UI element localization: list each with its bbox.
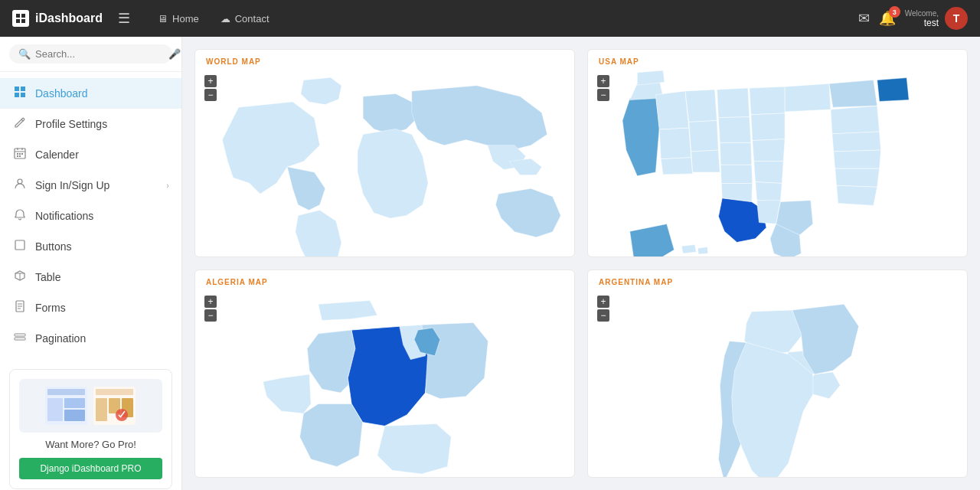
argentina-map-controls: + − xyxy=(597,296,609,322)
world-zoom-in[interactable]: + xyxy=(204,75,217,87)
promo-thumbnail xyxy=(19,379,162,433)
svg-rect-4 xyxy=(15,87,19,91)
world-zoom-out[interactable]: − xyxy=(204,89,217,101)
svg-rect-12 xyxy=(17,153,18,155)
svg-rect-30 xyxy=(64,398,85,408)
mic-icon[interactable]: 🎤 xyxy=(168,48,181,60)
welcome-text: Welcome, xyxy=(905,9,939,18)
sidebar-item-table[interactable]: Table xyxy=(0,262,181,292)
nav-home-label: Home xyxy=(172,13,199,24)
hamburger-icon[interactable]: ☰ xyxy=(118,10,130,27)
mail-icon[interactable]: ✉ xyxy=(858,10,870,27)
sidebar-item-forms[interactable]: Forms xyxy=(0,292,181,323)
nav-home-link[interactable]: 🖥 Home xyxy=(149,8,208,29)
algeria-map-svg xyxy=(195,289,574,478)
usa-zoom-in[interactable]: + xyxy=(597,75,609,87)
sidebar-label-dashboard: Dashboard xyxy=(35,87,88,100)
logo-icon xyxy=(12,10,29,27)
svg-rect-33 xyxy=(96,389,133,395)
pagination-icon xyxy=(12,331,28,346)
search-bar: 🔍 🎤 xyxy=(0,37,181,72)
svg-rect-1 xyxy=(21,14,25,18)
sidebar-item-profile[interactable]: Profile Settings xyxy=(0,109,181,139)
svg-rect-6 xyxy=(15,93,19,97)
sidebar: 🔍 🎤 Dashboard Profile Settings xyxy=(0,37,182,490)
algeria-zoom-out[interactable]: − xyxy=(204,309,217,322)
argentina-zoom-out[interactable]: − xyxy=(597,309,609,322)
sidebar-label-pagination: Pagination xyxy=(35,332,86,345)
sidebar-label-buttons: Buttons xyxy=(35,240,71,253)
sidebar-label-notifications: Notifications xyxy=(35,210,93,222)
svg-rect-34 xyxy=(96,398,107,421)
nav-contact-link[interactable]: ☁ Contact xyxy=(211,8,279,29)
sidebar-label-signin: Sign In/Sign Up xyxy=(35,179,109,191)
usa-map-area: + − xyxy=(588,69,967,257)
sidebar-label-profile: Profile Settings xyxy=(35,118,107,130)
world-map-svg xyxy=(195,69,574,257)
top-navigation: iDashboard ☰ 🖥 Home ☁ Contact ✉ 🔔 3 Welc… xyxy=(0,0,980,37)
world-map-area: + − xyxy=(195,69,574,257)
username: test xyxy=(905,18,939,28)
sidebar-item-calendar[interactable]: Calender xyxy=(0,139,181,170)
promo-button[interactable]: Django iDashboard PRO xyxy=(19,458,162,479)
sidebar-nav: Dashboard Profile Settings Calender Sign… xyxy=(0,72,181,360)
argentina-map-card: ARGENTINA MAP + − xyxy=(587,270,968,478)
svg-rect-28 xyxy=(47,389,85,395)
cloud-icon: ☁ xyxy=(220,13,230,24)
sidebar-label-calendar: Calender xyxy=(35,149,79,161)
world-map-controls: + − xyxy=(204,75,217,101)
home-icon: 🖥 xyxy=(158,13,168,24)
bell-icon[interactable]: 🔔 3 xyxy=(879,10,896,27)
user-icon xyxy=(12,178,28,193)
algeria-zoom-in[interactable]: + xyxy=(204,296,217,308)
app-body: 🔍 🎤 Dashboard Profile Settings xyxy=(0,37,980,490)
usa-map-card: USA MAP + − xyxy=(587,49,968,257)
sidebar-item-signin[interactable]: Sign In/Sign Up › xyxy=(0,170,181,201)
layers-icon xyxy=(12,86,28,101)
svg-rect-14 xyxy=(21,153,23,155)
sidebar-label-table: Table xyxy=(35,271,60,283)
cube-icon xyxy=(12,270,28,285)
argentina-map-svg xyxy=(588,289,967,478)
main-content: WORLD MAP + − xyxy=(182,37,980,490)
search-input[interactable] xyxy=(35,48,164,60)
sidebar-item-dashboard[interactable]: Dashboard xyxy=(0,78,181,109)
svg-point-17 xyxy=(18,179,22,184)
svg-rect-25 xyxy=(15,334,25,336)
sidebar-promo: Want More? Go Pro! Django iDashboard PRO xyxy=(9,369,172,489)
argentina-map-area: + − xyxy=(588,289,967,478)
algeria-map-controls: + − xyxy=(204,296,217,322)
world-map-card: WORLD MAP + − xyxy=(194,49,575,257)
svg-rect-31 xyxy=(64,410,85,421)
topnav-links: 🖥 Home ☁ Contact xyxy=(149,8,279,29)
usa-map-svg xyxy=(588,69,967,257)
usa-map-title: USA MAP xyxy=(588,50,967,69)
svg-rect-3 xyxy=(21,19,25,23)
sidebar-item-pagination[interactable]: Pagination xyxy=(0,323,181,354)
svg-rect-13 xyxy=(19,153,21,155)
argentina-zoom-in[interactable]: + xyxy=(597,296,609,308)
sidebar-label-forms: Forms xyxy=(35,302,66,314)
svg-rect-16 xyxy=(19,155,21,157)
world-map-title: WORLD MAP xyxy=(195,50,574,69)
algeria-map-title: ALGERIA MAP xyxy=(195,270,574,289)
usa-zoom-out[interactable]: − xyxy=(597,89,609,101)
svg-rect-7 xyxy=(21,93,25,97)
user-info: Welcome, test T xyxy=(905,7,968,30)
box-icon xyxy=(12,239,28,254)
svg-rect-5 xyxy=(21,87,25,91)
calendar-icon xyxy=(12,147,28,162)
user-avatar[interactable]: T xyxy=(945,7,968,30)
svg-rect-18 xyxy=(15,240,24,250)
argentina-map-title: ARGENTINA MAP xyxy=(588,270,967,289)
svg-rect-26 xyxy=(15,338,25,340)
topnav-right: ✉ 🔔 3 Welcome, test T xyxy=(858,7,968,30)
algeria-map-area: + − xyxy=(195,289,574,478)
usa-map-controls: + − xyxy=(597,75,609,101)
nav-contact-label: Contact xyxy=(235,13,270,24)
brand-name: iDashboard xyxy=(35,11,103,25)
doc-icon xyxy=(12,300,28,315)
brand-logo[interactable]: iDashboard xyxy=(12,10,103,27)
sidebar-item-notifications[interactable]: Notifications xyxy=(0,201,181,231)
sidebar-item-buttons[interactable]: Buttons xyxy=(0,231,181,262)
